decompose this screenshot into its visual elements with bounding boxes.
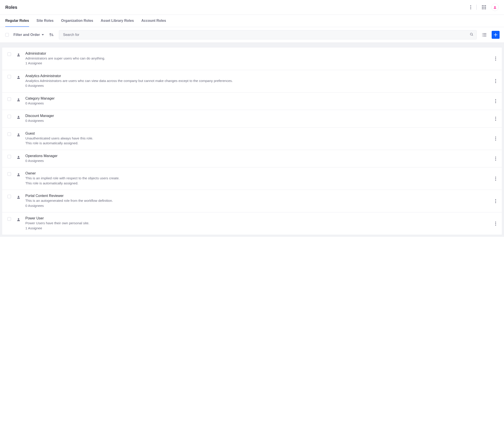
table-row[interactable]: Portal Content ReviewerThis is an autoge… <box>2 190 502 212</box>
svg-point-39 <box>495 117 496 118</box>
svg-point-27 <box>495 57 496 58</box>
row-select-checkbox[interactable] <box>8 172 11 176</box>
search-container <box>59 30 477 39</box>
row-kebab-button[interactable] <box>494 98 497 105</box>
table-row[interactable]: Discount Manager0 Assignees <box>2 110 502 127</box>
row-body: Portal Content ReviewerThis is an autoge… <box>25 194 489 208</box>
svg-point-45 <box>495 140 496 140</box>
svg-point-40 <box>495 118 496 119</box>
header-divider <box>477 5 477 10</box>
table-row[interactable]: OwnerThis is an implied role with respec… <box>2 167 502 190</box>
kebab-icon <box>495 79 496 83</box>
svg-rect-10 <box>484 8 484 9</box>
tab-site-roles[interactable]: Site Roles <box>36 15 54 27</box>
role-auto-assigned: This role is automatically assigned. <box>25 181 489 186</box>
kebab-icon <box>495 57 496 61</box>
row-select-checkbox[interactable] <box>8 53 11 56</box>
role-description: This is an implied role with respect to … <box>25 176 489 181</box>
row-select-checkbox[interactable] <box>8 195 11 198</box>
select-all-checkbox[interactable] <box>5 33 9 36</box>
row-kebab-button[interactable] <box>494 155 497 162</box>
svg-rect-11 <box>485 8 486 9</box>
table-row[interactable]: Operations Manager0 Assignees <box>2 150 502 167</box>
row-select-checkbox[interactable] <box>8 115 11 118</box>
role-assignees: 0 Assignees <box>25 118 489 123</box>
svg-rect-6 <box>482 7 483 8</box>
svg-point-38 <box>18 116 19 117</box>
role-description: Analytics Administrators are users who c… <box>25 79 489 83</box>
chevron-down-icon <box>42 34 44 35</box>
svg-point-36 <box>495 101 496 102</box>
role-description: This is an autogenerated role from the w… <box>25 198 489 203</box>
row-body: OwnerThis is an implied role with respec… <box>25 171 489 186</box>
table-row[interactable]: Analytics AdministratorAnalytics Adminis… <box>2 70 502 93</box>
row-kebab-button[interactable] <box>494 78 497 84</box>
row-select-checkbox[interactable] <box>8 132 11 136</box>
tab-asset-library-roles[interactable]: Asset Library Roles <box>101 15 134 27</box>
row-select-checkbox[interactable] <box>8 217 11 221</box>
person-icon <box>17 98 20 103</box>
svg-point-58 <box>18 218 19 220</box>
row-kebab-button[interactable] <box>494 198 497 204</box>
svg-point-55 <box>495 199 496 200</box>
svg-rect-7 <box>484 7 484 8</box>
svg-point-52 <box>495 178 496 179</box>
row-kebab-button[interactable] <box>494 220 497 227</box>
user-icon <box>493 6 497 9</box>
table-row[interactable]: AdministratorAdministrators are super us… <box>2 48 502 70</box>
svg-point-50 <box>18 173 19 175</box>
svg-point-37 <box>495 102 496 103</box>
table-row[interactable]: Power UserPower Users have their own per… <box>2 212 502 235</box>
table-row[interactable]: Category Manager0 Assignees <box>2 93 502 110</box>
toolbar: Filter and Order <box>0 27 504 43</box>
svg-point-28 <box>495 58 496 59</box>
role-title: Owner <box>25 171 489 175</box>
svg-rect-3 <box>482 5 483 6</box>
row-kebab-button[interactable] <box>494 115 497 122</box>
row-select-checkbox[interactable] <box>8 97 11 101</box>
row-kebab-button[interactable] <box>494 135 497 142</box>
row-select-checkbox[interactable] <box>8 75 11 79</box>
svg-point-2 <box>470 8 471 9</box>
tab-organization-roles[interactable]: Organization Roles <box>61 15 93 27</box>
row-kebab-button[interactable] <box>494 55 497 62</box>
tabs: Regular Roles Site Roles Organization Ro… <box>0 15 504 27</box>
person-icon <box>17 218 20 222</box>
filter-and-order-dropdown[interactable]: Filter and Order <box>13 33 44 37</box>
person-icon <box>17 173 20 177</box>
row-body: Operations Manager0 Assignees <box>25 154 489 163</box>
row-body: Discount Manager0 Assignees <box>25 114 489 123</box>
svg-point-35 <box>495 99 496 100</box>
tab-regular-roles[interactable]: Regular Roles <box>5 15 29 27</box>
list-view-icon <box>482 33 486 36</box>
svg-point-20 <box>482 35 483 35</box>
svg-rect-8 <box>485 7 486 8</box>
sort-button[interactable] <box>48 32 55 38</box>
role-title: Power User <box>25 216 489 220</box>
svg-point-34 <box>18 98 19 100</box>
row-kebab-button[interactable] <box>494 175 497 182</box>
user-avatar[interactable] <box>491 3 499 11</box>
header-actions <box>469 3 499 11</box>
role-assignees: 0 Assignees <box>25 83 489 88</box>
page-title: Roles <box>5 5 17 10</box>
person-icon <box>17 115 20 120</box>
row-select-checkbox[interactable] <box>8 155 11 158</box>
table-row[interactable]: GuestUnauthenticated users always have t… <box>2 128 502 150</box>
svg-point-60 <box>495 223 496 224</box>
tab-account-roles[interactable]: Account Roles <box>141 15 166 27</box>
search-input[interactable] <box>59 30 477 39</box>
kebab-icon <box>495 157 496 161</box>
kebab-icon <box>495 222 496 226</box>
role-title: Category Manager <box>25 97 489 100</box>
svg-point-56 <box>495 201 496 202</box>
svg-rect-5 <box>485 5 486 6</box>
kebab-icon <box>495 199 496 203</box>
header-kebab-button[interactable] <box>469 4 472 11</box>
apps-grid-button[interactable] <box>481 4 487 11</box>
add-role-button[interactable] <box>492 31 500 39</box>
role-title: Discount Manager <box>25 114 489 118</box>
view-list-button[interactable] <box>481 32 488 38</box>
svg-point-29 <box>495 60 496 61</box>
svg-point-48 <box>495 158 496 159</box>
